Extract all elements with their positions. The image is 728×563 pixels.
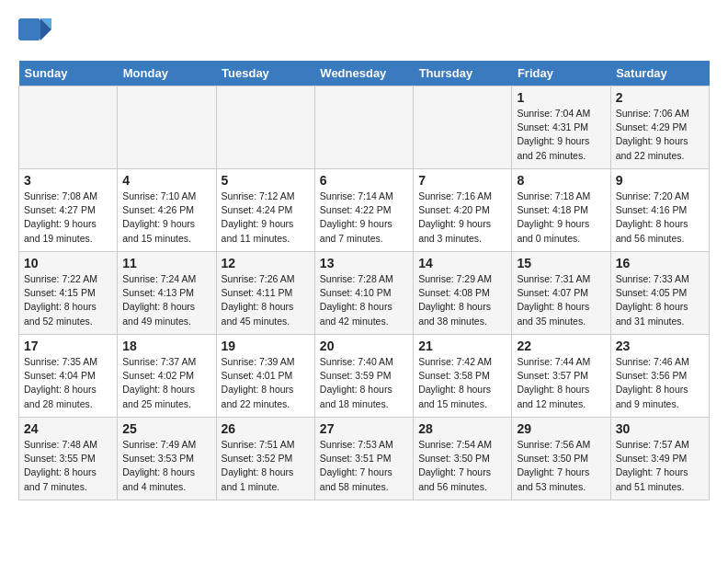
day-info: Sunrise: 7:35 AM Sunset: 4:04 PM Dayligh… <box>24 355 112 411</box>
calendar-cell <box>216 86 314 169</box>
logo <box>18 18 55 52</box>
day-info: Sunrise: 7:29 AM Sunset: 4:08 PM Dayligh… <box>418 272 506 328</box>
day-number: 20 <box>320 339 408 353</box>
day-number: 18 <box>122 339 210 353</box>
day-number: 24 <box>24 421 112 436</box>
calendar-week-row: 24Sunrise: 7:48 AM Sunset: 3:55 PM Dayli… <box>19 418 710 500</box>
day-header-thursday: Thursday <box>414 61 512 86</box>
calendar-cell: 21Sunrise: 7:42 AM Sunset: 3:58 PM Dayli… <box>414 335 512 418</box>
calendar-cell: 24Sunrise: 7:48 AM Sunset: 3:55 PM Dayli… <box>19 418 118 500</box>
day-info: Sunrise: 7:46 AM Sunset: 3:56 PM Dayligh… <box>616 355 704 411</box>
calendar-week-row: 3Sunrise: 7:08 AM Sunset: 4:27 PM Daylig… <box>19 169 710 252</box>
calendar-cell: 25Sunrise: 7:49 AM Sunset: 3:53 PM Dayli… <box>118 418 216 500</box>
day-header-monday: Monday <box>118 61 216 86</box>
day-info: Sunrise: 7:51 AM Sunset: 3:52 PM Dayligh… <box>222 438 310 494</box>
day-info: Sunrise: 7:16 AM Sunset: 4:20 PM Dayligh… <box>418 190 506 246</box>
calendar-cell: 8Sunrise: 7:18 AM Sunset: 4:18 PM Daylig… <box>512 169 610 252</box>
day-number: 4 <box>122 173 210 188</box>
calendar-cell: 19Sunrise: 7:39 AM Sunset: 4:01 PM Dayli… <box>216 335 314 418</box>
day-info: Sunrise: 7:22 AM Sunset: 4:15 PM Dayligh… <box>24 272 112 328</box>
calendar-cell: 16Sunrise: 7:33 AM Sunset: 4:05 PM Dayli… <box>610 252 709 335</box>
calendar-cell <box>414 86 512 169</box>
day-number: 11 <box>122 256 210 270</box>
day-number: 17 <box>24 339 112 353</box>
calendar-week-row: 10Sunrise: 7:22 AM Sunset: 4:15 PM Dayli… <box>19 252 710 335</box>
calendar-cell: 20Sunrise: 7:40 AM Sunset: 3:59 PM Dayli… <box>314 335 413 418</box>
day-number: 6 <box>320 173 408 188</box>
day-number: 28 <box>418 421 506 436</box>
calendar-cell: 17Sunrise: 7:35 AM Sunset: 4:04 PM Dayli… <box>19 335 118 418</box>
day-number: 9 <box>616 173 704 188</box>
day-info: Sunrise: 7:14 AM Sunset: 4:22 PM Dayligh… <box>320 190 408 246</box>
day-info: Sunrise: 7:48 AM Sunset: 3:55 PM Dayligh… <box>24 438 112 494</box>
day-info: Sunrise: 7:04 AM Sunset: 4:31 PM Dayligh… <box>517 107 605 163</box>
calendar-cell <box>118 86 216 169</box>
day-number: 10 <box>24 256 112 270</box>
day-number: 3 <box>24 173 112 188</box>
day-info: Sunrise: 7:28 AM Sunset: 4:10 PM Dayligh… <box>320 272 408 328</box>
day-info: Sunrise: 7:26 AM Sunset: 4:11 PM Dayligh… <box>222 272 310 328</box>
day-number: 5 <box>222 173 310 188</box>
day-info: Sunrise: 7:12 AM Sunset: 4:24 PM Dayligh… <box>222 190 310 246</box>
day-info: Sunrise: 7:20 AM Sunset: 4:16 PM Dayligh… <box>616 190 704 246</box>
calendar-cell: 29Sunrise: 7:56 AM Sunset: 3:50 PM Dayli… <box>512 418 610 500</box>
day-number: 25 <box>122 421 210 436</box>
day-info: Sunrise: 7:53 AM Sunset: 3:51 PM Dayligh… <box>320 438 408 494</box>
day-number: 12 <box>222 256 310 270</box>
day-number: 27 <box>320 421 408 436</box>
day-number: 13 <box>320 256 408 270</box>
day-number: 7 <box>418 173 506 188</box>
day-number: 26 <box>222 421 310 436</box>
calendar-week-row: 17Sunrise: 7:35 AM Sunset: 4:04 PM Dayli… <box>19 335 710 418</box>
calendar-cell: 10Sunrise: 7:22 AM Sunset: 4:15 PM Dayli… <box>19 252 118 335</box>
calendar-cell: 13Sunrise: 7:28 AM Sunset: 4:10 PM Dayli… <box>314 252 413 335</box>
calendar-header-row: SundayMondayTuesdayWednesdayThursdayFrid… <box>19 61 710 86</box>
calendar-cell: 4Sunrise: 7:10 AM Sunset: 4:26 PM Daylig… <box>118 169 216 252</box>
day-number: 2 <box>616 90 704 105</box>
day-header-wednesday: Wednesday <box>314 61 413 86</box>
logo-icon <box>18 18 51 52</box>
day-info: Sunrise: 7:10 AM Sunset: 4:26 PM Dayligh… <box>122 190 210 246</box>
day-info: Sunrise: 7:31 AM Sunset: 4:07 PM Dayligh… <box>517 272 605 328</box>
day-info: Sunrise: 7:33 AM Sunset: 4:05 PM Dayligh… <box>616 272 704 328</box>
svg-rect-0 <box>18 18 40 40</box>
calendar-cell: 22Sunrise: 7:44 AM Sunset: 3:57 PM Dayli… <box>512 335 610 418</box>
day-info: Sunrise: 7:49 AM Sunset: 3:53 PM Dayligh… <box>122 438 210 494</box>
calendar-cell: 2Sunrise: 7:06 AM Sunset: 4:29 PM Daylig… <box>610 86 709 169</box>
day-number: 22 <box>517 339 605 353</box>
calendar-cell: 14Sunrise: 7:29 AM Sunset: 4:08 PM Dayli… <box>414 252 512 335</box>
day-info: Sunrise: 7:56 AM Sunset: 3:50 PM Dayligh… <box>517 438 605 494</box>
calendar-cell: 28Sunrise: 7:54 AM Sunset: 3:50 PM Dayli… <box>414 418 512 500</box>
day-number: 23 <box>616 339 704 353</box>
calendar-cell: 23Sunrise: 7:46 AM Sunset: 3:56 PM Dayli… <box>610 335 709 418</box>
calendar-table: SundayMondayTuesdayWednesdayThursdayFrid… <box>18 61 710 500</box>
day-info: Sunrise: 7:08 AM Sunset: 4:27 PM Dayligh… <box>24 190 112 246</box>
day-info: Sunrise: 7:54 AM Sunset: 3:50 PM Dayligh… <box>418 438 506 494</box>
day-info: Sunrise: 7:40 AM Sunset: 3:59 PM Dayligh… <box>320 355 408 411</box>
day-number: 1 <box>517 90 605 105</box>
calendar-cell: 7Sunrise: 7:16 AM Sunset: 4:20 PM Daylig… <box>414 169 512 252</box>
calendar-cell: 3Sunrise: 7:08 AM Sunset: 4:27 PM Daylig… <box>19 169 118 252</box>
day-info: Sunrise: 7:39 AM Sunset: 4:01 PM Dayligh… <box>222 355 310 411</box>
day-number: 19 <box>222 339 310 353</box>
day-info: Sunrise: 7:37 AM Sunset: 4:02 PM Dayligh… <box>122 355 210 411</box>
day-number: 14 <box>418 256 506 270</box>
day-info: Sunrise: 7:57 AM Sunset: 3:49 PM Dayligh… <box>616 438 704 494</box>
day-info: Sunrise: 7:18 AM Sunset: 4:18 PM Dayligh… <box>517 190 605 246</box>
day-header-saturday: Saturday <box>610 61 709 86</box>
calendar-cell: 6Sunrise: 7:14 AM Sunset: 4:22 PM Daylig… <box>314 169 413 252</box>
calendar-cell: 26Sunrise: 7:51 AM Sunset: 3:52 PM Dayli… <box>216 418 314 500</box>
calendar-cell <box>314 86 413 169</box>
day-number: 16 <box>616 256 704 270</box>
calendar-cell: 9Sunrise: 7:20 AM Sunset: 4:16 PM Daylig… <box>610 169 709 252</box>
calendar-cell: 18Sunrise: 7:37 AM Sunset: 4:02 PM Dayli… <box>118 335 216 418</box>
calendar-cell: 15Sunrise: 7:31 AM Sunset: 4:07 PM Dayli… <box>512 252 610 335</box>
day-number: 8 <box>517 173 605 188</box>
day-info: Sunrise: 7:24 AM Sunset: 4:13 PM Dayligh… <box>122 272 210 328</box>
day-header-sunday: Sunday <box>19 61 118 86</box>
day-header-friday: Friday <box>512 61 610 86</box>
calendar-week-row: 1Sunrise: 7:04 AM Sunset: 4:31 PM Daylig… <box>19 86 710 169</box>
calendar-cell: 30Sunrise: 7:57 AM Sunset: 3:49 PM Dayli… <box>610 418 709 500</box>
day-info: Sunrise: 7:42 AM Sunset: 3:58 PM Dayligh… <box>418 355 506 411</box>
calendar-cell <box>19 86 118 169</box>
